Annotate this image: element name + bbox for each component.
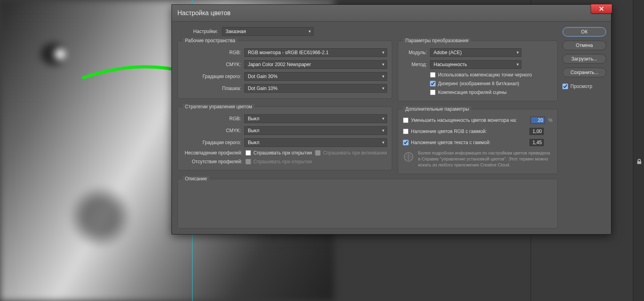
policy-gray-value: Выкл <box>248 140 259 145</box>
policy-cmyk-value: Выкл <box>248 128 259 133</box>
intent-value: Насыщенность <box>434 62 467 67</box>
gray-select[interactable]: Dot Gain 30% ▼ <box>244 72 387 81</box>
ok-button[interactable]: ОК <box>562 27 606 37</box>
missing-open-text: Спрашивать при открытии <box>253 159 312 164</box>
rgb-label: RGB: <box>183 50 241 55</box>
rgb-value: RGB монитора - sRGB IEC61966-2.1 <box>248 50 329 55</box>
textgamma-checkbox[interactable]: Наложение цветов текста с гаммой: <box>403 140 490 145</box>
chevron-down-icon: ▼ <box>381 129 385 133</box>
load-button[interactable]: Загрузить... <box>562 54 606 64</box>
mismatch-paste-text: Спрашивать при вклеивании <box>323 150 387 156</box>
globe-icon <box>403 150 414 162</box>
preview-text: Просмотр <box>570 84 592 89</box>
mismatch-open-text: Спрашивать при открытии <box>253 150 312 156</box>
close-button[interactable] <box>591 4 612 14</box>
save-button[interactable]: Сохранить... <box>562 68 606 77</box>
policies-fieldset: Стратегии управления цветом RGB: Выкл ▼ <box>177 107 392 170</box>
policy-rgb-select[interactable]: Выкл ▼ <box>244 114 387 123</box>
policy-gray-label: Градации серого: <box>183 140 241 145</box>
rgbgamma-text: Наложение цветов RGB с гаммой: <box>411 129 487 134</box>
desat-text: Уменьшить насыщенность цветов монитора н… <box>411 117 517 123</box>
working-legend: Рабочие пространства <box>183 38 237 43</box>
bpc-checkbox[interactable]: Использовать компенсацию точки черного <box>430 72 532 78</box>
chevron-down-icon: ▼ <box>516 51 519 55</box>
working-spaces-fieldset: Рабочие пространства RGB: RGB монитора -… <box>177 41 392 99</box>
percent-sign: % <box>548 117 553 123</box>
dither-text: Дизеринг (изображения 8 бит/канал) <box>438 81 519 86</box>
mismatch-paste-checkbox: Спрашивать при вклеивании <box>315 150 387 156</box>
conversion-fieldset: Параметры преобразования Модуль: Adobe (… <box>398 41 558 101</box>
lock-icon <box>636 158 642 166</box>
textgamma-text: Наложение цветов текста с гаммой: <box>411 140 490 145</box>
desat-checkbox[interactable]: Уменьшить насыщенность цветов монитора н… <box>403 117 517 123</box>
bpc-text: Использовать компенсацию точки черного <box>438 72 532 78</box>
close-icon <box>599 6 604 11</box>
gray-label: Градации серого: <box>183 74 241 79</box>
desat-input[interactable] <box>531 117 545 124</box>
intent-select[interactable]: Насыщенность ▼ <box>430 60 521 69</box>
cmyk-select[interactable]: Japan Color 2002 Newspaper ▼ <box>244 60 387 69</box>
info-text: Более подробная информация по настройкам… <box>418 150 553 168</box>
mismatch-open-checkbox[interactable]: Спрашивать при открытии <box>245 150 312 156</box>
dither-checkbox[interactable]: Дизеринг (изображения 8 бит/канал) <box>430 81 519 86</box>
description-fieldset: Описание <box>177 179 558 229</box>
policy-cmyk-select[interactable]: Выкл ▼ <box>244 126 387 135</box>
dialog-title: Настройка цветов <box>177 10 231 17</box>
mismatch-label: Несовпадение профилей: <box>183 150 242 156</box>
chevron-down-icon: ▼ <box>381 86 385 90</box>
chevron-down-icon: ▼ <box>381 51 385 55</box>
chevron-down-icon: ▼ <box>308 29 311 33</box>
dock-strip <box>633 0 644 301</box>
policy-cmyk-label: CMYK: <box>183 128 241 133</box>
advanced-fieldset: Дополнительные параметры Уменьшить насыщ… <box>398 109 558 174</box>
chevron-down-icon: ▼ <box>381 117 385 121</box>
textgamma-input[interactable] <box>529 139 544 146</box>
description-legend: Описание <box>183 176 209 182</box>
settings-select[interactable]: Заказная ▼ <box>222 27 313 36</box>
rgbgamma-checkbox[interactable]: Наложение цветов RGB с гаммой: <box>403 129 487 134</box>
settings-value: Заказная <box>226 29 246 34</box>
policy-rgb-label: RGB: <box>183 116 241 121</box>
info-block: Более подробная информация по настройкам… <box>403 150 553 168</box>
rgb-select[interactable]: RGB монитора - sRGB IEC61966-2.1 ▼ <box>244 48 387 57</box>
engine-label: Модуль: <box>403 50 427 55</box>
missing-open-checkbox: Спрашивать при открытии <box>245 159 312 164</box>
title-bar[interactable]: Настройка цветов <box>172 5 611 22</box>
rgbgamma-input[interactable] <box>529 128 544 135</box>
scene-checkbox[interactable]: Компенсация профилей сцены <box>430 90 507 95</box>
intent-label: Метод: <box>403 62 427 67</box>
scene-text: Компенсация профилей сцены <box>438 90 507 95</box>
spot-value: Dot Gain 10% <box>248 86 278 91</box>
engine-select[interactable]: Adobe (ACE) ▼ <box>430 48 521 57</box>
cmyk-value: Japan Color 2002 Newspaper <box>248 62 311 67</box>
conversion-legend: Параметры преобразования <box>403 38 471 43</box>
advanced-legend: Дополнительные параметры <box>403 106 471 112</box>
engine-value: Adobe (ACE) <box>434 50 462 55</box>
missing-label: Отсутствие профилей: <box>183 159 242 164</box>
color-settings-dialog: Настройка цветов Настройки: Заказная ▼ Р… <box>171 4 611 235</box>
chevron-down-icon: ▼ <box>381 74 385 78</box>
policy-gray-select[interactable]: Выкл ▼ <box>244 138 387 147</box>
preview-checkbox[interactable]: Просмотр <box>562 84 606 89</box>
chevron-down-icon: ▼ <box>381 63 385 66</box>
spot-select[interactable]: Dot Gain 10% ▼ <box>244 84 387 93</box>
chevron-down-icon: ▼ <box>381 141 385 145</box>
policies-legend: Стратегии управления цветом <box>183 104 255 109</box>
chevron-down-icon: ▼ <box>516 63 519 66</box>
spot-label: Плашка: <box>183 86 241 91</box>
policy-rgb-value: Выкл <box>248 116 259 121</box>
cancel-button[interactable]: Отмена <box>562 41 606 50</box>
settings-label: Настройки: <box>177 29 218 34</box>
gray-value: Dot Gain 30% <box>248 74 278 79</box>
cmyk-label: CMYK: <box>183 62 241 67</box>
